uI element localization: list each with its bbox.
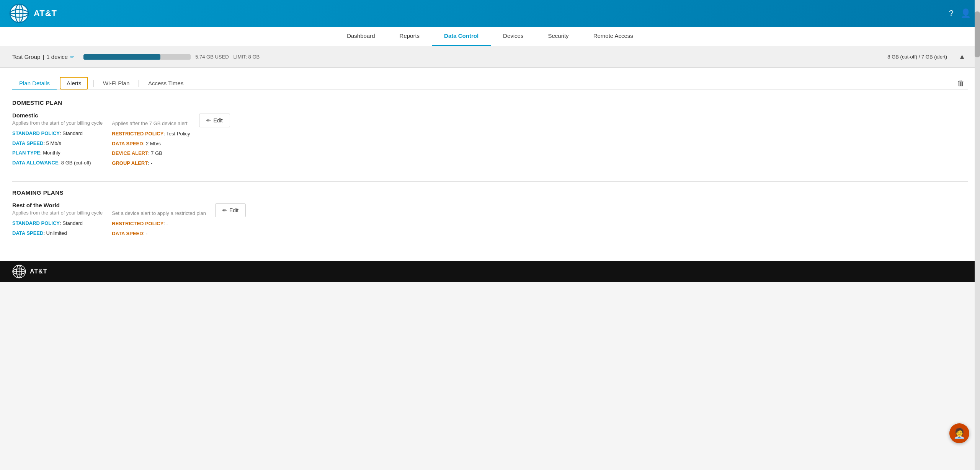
domestic-data-speed-key: DATA SPEED [12,140,43,146]
top-bar-icons: ? 👤 [949,8,971,18]
domestic-restricted-data-speed-val: : 2 Mb/s [143,141,161,146]
roaming-standard-policy-key: STANDARD POLICY [12,220,60,226]
roaming-standard-policy: STANDARD POLICY: Standard [12,220,103,227]
user-icon[interactable]: 👤 [960,8,971,18]
nav-item-data-control[interactable]: Data Control [432,27,491,46]
footer: AT&T [0,261,980,282]
domestic-plan-row: Domestic Applies from the start of your … [12,112,968,169]
domestic-device-alert-key: DEVICE ALERT [112,150,148,156]
domestic-plan-left: Domestic Applies from the start of your … [12,112,103,169]
top-bar: AT&T ? 👤 [0,0,980,27]
nav-bar-wrapper: Dashboard Reports Data Control Devices S… [0,27,980,46]
section-divider [12,181,968,182]
roaming-block-title: Rest of the World [12,202,103,208]
tab-plan-details[interactable]: Plan Details [12,77,57,90]
domestic-standard-policy-val: : Standard [60,130,83,136]
usage-bar-inner [83,54,160,60]
main-content: Plan Details Alerts | Wi-Fi Plan | Acces… [0,68,980,261]
roaming-plan-left: Rest of the World Applies from the start… [12,202,103,239]
domestic-restricted-policy: RESTRICTED POLICY: Test Policy [112,130,190,138]
roaming-restricted-data-speed-val: : - [143,231,148,236]
limit-label: LIMIT: 8 GB [234,54,260,60]
domestic-standard-policy: STANDARD POLICY: Standard [12,130,103,137]
roaming-restricted-data-speed: DATA SPEED: - [112,230,206,237]
roaming-plans-title: ROAMING PLANS [12,189,968,196]
nav-item-dashboard[interactable]: Dashboard [335,27,387,46]
delete-button[interactable]: 🗑 [954,77,968,89]
roaming-edit-label: Edit [229,207,238,213]
roaming-plan-row: Rest of the World Applies from the start… [12,202,968,239]
footer-logo: AT&T [12,265,47,278]
logo-area: AT&T [9,3,57,23]
domestic-restricted-data-speed: DATA SPEED: 2 Mb/s [112,140,190,148]
domestic-plan-type: PLAN TYPE: Monthly [12,149,103,157]
domestic-device-alert: DEVICE ALERT: 7 GB [112,150,190,157]
domestic-subtitle-right: Applies after the 7 GB device alert [112,120,190,126]
nav-item-remote-access[interactable]: Remote Access [581,27,645,46]
domestic-edit-col: ✏ Edit [199,112,230,127]
domestic-restricted-policy-val: : Test Policy [163,131,190,137]
roaming-edit-button[interactable]: ✏ Edit [215,203,246,217]
roaming-data-speed: DATA SPEED: Unlimited [12,229,103,237]
domestic-restricted-policy-key: RESTRICTED POLICY [112,131,163,137]
domestic-device-alert-val: : 7 GB [148,150,162,156]
group-name: Test Group [12,54,40,60]
group-device-count: 1 device [46,54,68,60]
roaming-restricted-policy: RESTRICTED POLICY: - [112,220,206,228]
nav-item-reports[interactable]: Reports [387,27,432,46]
att-globe-icon [9,3,29,23]
domestic-edit-button[interactable]: ✏ Edit [199,114,230,127]
tab-divider: | [91,79,96,87]
roaming-subtitle-left: Applies from the start of your billing c… [12,210,103,216]
roaming-standard-policy-val: : Standard [60,220,83,226]
scrollbar-thumb[interactable] [975,11,980,57]
group-edit-pencil-icon[interactable]: ✏ [70,54,74,60]
cutoff-label: 8 GB (cut-off) / 7 GB (alert) [887,54,947,60]
domestic-edit-label: Edit [213,117,222,124]
tab-alerts[interactable]: Alerts [60,77,88,89]
domestic-data-allowance-key: DATA ALLOWANCE [12,160,59,166]
domestic-block-title: Domestic [12,112,103,119]
att-brand-name: AT&T [34,8,57,18]
roaming-restricted-policy-key: RESTRICTED POLICY [112,221,163,226]
nav-item-security[interactable]: Security [536,27,581,46]
domestic-standard-policy-key: STANDARD POLICY [12,130,60,136]
domestic-group-alert-key: GROUP ALERT [112,160,148,166]
group-header: Test Group | 1 device ✏ 5.74 GB USED LIM… [0,46,980,68]
roaming-plan-right: Set a device alert to apply a restricted… [112,202,206,239]
domestic-subtitle-left: Applies from the start of your billing c… [12,120,103,126]
domestic-plan-type-key: PLAN TYPE [12,150,40,156]
help-icon[interactable]: ? [949,8,954,18]
domestic-group-alert: GROUP ALERT: - [112,159,190,167]
domestic-plan-title: DOMESTIC PLAN [12,99,968,106]
roaming-restricted-policy-val: : - [163,221,168,226]
footer-globe-icon [12,265,26,278]
group-title: Test Group | 1 device ✏ [12,54,74,60]
domestic-plan-right: Applies after the 7 GB device alert REST… [112,112,190,169]
edit-pencil-icon: ✏ [206,117,211,124]
nav-bar: Dashboard Reports Data Control Devices S… [335,27,645,46]
domestic-group-alert-val: : - [148,160,152,166]
collapse-button[interactable]: ▲ [956,52,968,62]
roaming-plans-section: ROAMING PLANS Rest of the World Applies … [12,189,968,239]
scrollbar[interactable] [975,0,980,282]
roaming-restricted-data-speed-key: DATA SPEED [112,231,143,236]
tab-divider-2: | [136,79,141,87]
roaming-subtitle-right: Set a device alert to apply a restricted… [112,210,206,216]
sub-tabs: Plan Details Alerts | Wi-Fi Plan | Acces… [12,77,968,90]
domestic-plan-type-val: : Monthly [40,150,60,156]
tab-access-times[interactable]: Access Times [141,77,191,90]
roaming-edit-pencil-icon: ✏ [222,207,227,213]
group-separator: | [42,54,44,60]
usage-bar-outer [83,54,191,60]
roaming-data-speed-key: DATA SPEED [12,230,43,236]
usage-label: 5.74 GB USED [195,54,229,60]
domestic-restricted-data-speed-key: DATA SPEED [112,141,143,146]
domestic-data-speed: DATA SPEED: 5 Mb/s [12,140,103,147]
nav-item-devices[interactable]: Devices [491,27,536,46]
roaming-edit-col: ✏ Edit [215,202,246,217]
roaming-data-speed-val: : Unlimited [43,230,67,236]
domestic-plan-section: DOMESTIC PLAN Domestic Applies from the … [12,99,968,169]
domestic-data-allowance-val: : 8 GB (cut-off) [59,160,91,166]
tab-wifi-plan[interactable]: Wi-Fi Plan [96,77,136,90]
